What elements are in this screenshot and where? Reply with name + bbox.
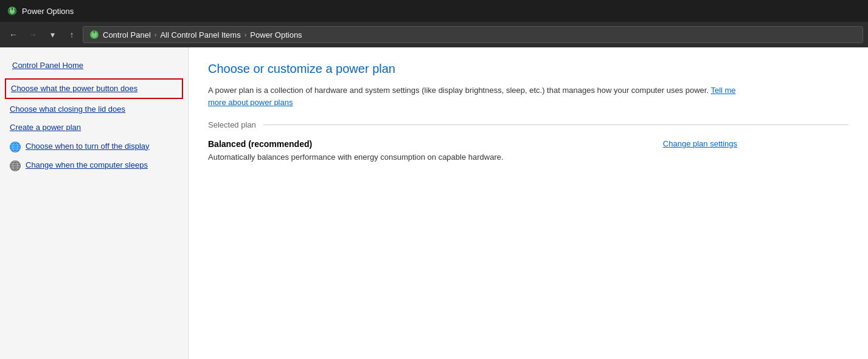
title-bar: Power Options <box>0 0 868 22</box>
selected-plan-header: Selected plan <box>208 120 849 129</box>
content-area: Control Panel Home Choose what the power… <box>0 47 868 359</box>
sidebar-item-lid-label: Choose what closing the lid does <box>10 104 125 115</box>
blue-globe-icon <box>10 142 21 152</box>
back-button[interactable]: ← <box>5 26 22 43</box>
sidebar-item-home[interactable]: Control Panel Home <box>0 57 188 74</box>
plan-row: Balanced (recommended) Automatically bal… <box>208 139 737 162</box>
sidebar-item-lid[interactable]: Choose what closing the lid does <box>0 100 188 118</box>
sidebar-item-computer-sleeps[interactable]: Change when the computer sleeps <box>0 156 188 175</box>
change-plan-link[interactable]: Change plan settings <box>663 139 737 148</box>
sidebar-item-computer-sleeps-label: Change when the computer sleeps <box>26 160 148 171</box>
dropdown-button[interactable]: ▾ <box>44 26 61 43</box>
selected-plan-divider <box>263 125 849 125</box>
title-bar-text: Power Options <box>22 7 74 16</box>
sidebar: Control Panel Home Choose what the power… <box>0 47 189 359</box>
svg-rect-5 <box>94 31 95 33</box>
grey-globe-icon <box>10 160 21 171</box>
description-text: A power plan is a collection of hardware… <box>208 84 737 108</box>
plan-name: Balanced (recommended) <box>208 139 504 149</box>
sidebar-item-power-button-label: Choose what the power button does <box>11 83 137 94</box>
breadcrumb-part-2[interactable]: All Control Panel Items <box>160 30 240 39</box>
breadcrumb-sep-1: › <box>155 31 157 38</box>
address-icon <box>89 30 99 39</box>
breadcrumb-part-1[interactable]: Control Panel <box>103 30 151 39</box>
sidebar-item-power-button[interactable]: Choose what the power button does <box>5 78 183 99</box>
selected-plan-label: Selected plan <box>208 120 256 129</box>
address-bar[interactable]: Control Panel › All Control Panel Items … <box>83 26 863 43</box>
selected-plan-section: Selected plan Balanced (recommended) Aut… <box>208 120 849 162</box>
breadcrumb-part-3[interactable]: Power Options <box>250 30 302 39</box>
page-title: Choose or customize a power plan <box>208 62 849 76</box>
up-button[interactable]: ↑ <box>63 26 80 43</box>
main-content: Choose or customize a power plan A power… <box>189 47 868 359</box>
breadcrumb-sep-2: › <box>245 31 247 38</box>
description-body: A power plan is a collection of hardware… <box>208 86 709 95</box>
svg-rect-2 <box>12 7 13 10</box>
app-icon <box>7 6 17 16</box>
sidebar-item-create-plan-label: Create a power plan <box>10 122 81 133</box>
sidebar-item-create-plan[interactable]: Create a power plan <box>0 118 188 137</box>
plan-description: Automatically balances performance with … <box>208 152 504 162</box>
plan-info: Balanced (recommended) Automatically bal… <box>208 139 504 162</box>
sidebar-item-turn-off-display[interactable]: Choose when to turn off the display <box>0 137 188 156</box>
nav-bar: ← → ▾ ↑ Control Panel › All Control Pane… <box>0 22 868 47</box>
sidebar-item-turn-off-display-label: Choose when to turn off the display <box>26 141 150 152</box>
forward-button[interactable]: → <box>24 26 41 43</box>
